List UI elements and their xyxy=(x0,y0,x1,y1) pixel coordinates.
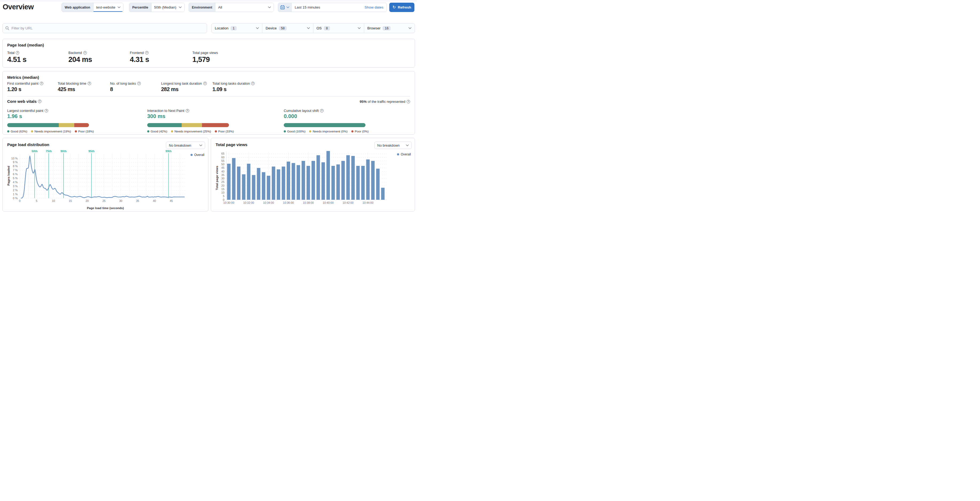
svg-text:30: 30 xyxy=(221,177,224,180)
page-views-breakdown-select[interactable]: No breakdown xyxy=(374,142,412,149)
needs-improvement-dot xyxy=(309,130,311,132)
svg-text:10:42:00: 10:42:00 xyxy=(342,201,353,204)
good-dot xyxy=(284,130,286,132)
svg-text:10: 10 xyxy=(52,199,55,202)
svg-text:10:32:00: 10:32:00 xyxy=(243,201,254,204)
refresh-button[interactable]: ↻ Refresh xyxy=(389,3,414,12)
stat-frontend: Frontend? 4.31 s xyxy=(130,51,149,64)
svg-text:10:38:00: 10:38:00 xyxy=(303,201,313,204)
distribution-breakdown-select[interactable]: No breakdown xyxy=(166,142,205,149)
environment-select[interactable]: Environment All xyxy=(189,3,274,12)
web-application-value: test-website xyxy=(96,5,115,10)
svg-text:10:36:00: 10:36:00 xyxy=(283,201,294,204)
refresh-icon: ↻ xyxy=(393,5,396,10)
svg-text:5: 5 xyxy=(36,199,37,202)
calendar-icon xyxy=(280,5,285,10)
svg-text:10:34:00: 10:34:00 xyxy=(263,201,274,204)
distribution-title: Page load distribution xyxy=(7,142,49,147)
url-filter-input[interactable] xyxy=(11,26,204,30)
info-icon[interactable]: ? xyxy=(16,51,19,54)
needs-improvement-dot xyxy=(31,130,33,132)
svg-text:65: 65 xyxy=(221,152,224,155)
info-icon[interactable]: ? xyxy=(186,109,189,113)
browser-filter-count: 16 xyxy=(383,26,391,30)
percentile-select[interactable]: Percentile 50th (Median) xyxy=(129,3,185,12)
svg-text:99th: 99th xyxy=(165,150,172,153)
vital-lcp: Largest contentful paint? 1.96 s Good (6… xyxy=(7,109,89,133)
top-strip xyxy=(0,0,417,2)
refresh-label: Refresh xyxy=(398,5,411,10)
date-picker[interactable]: Last 15 minutes Show dates xyxy=(278,3,387,12)
svg-text:60: 60 xyxy=(221,156,224,159)
page-title: Overview xyxy=(3,3,33,11)
vital-cls: Cumulative layout shift? 0.000 Good (100… xyxy=(284,109,366,133)
info-icon[interactable]: ? xyxy=(38,100,41,103)
web-application-label: Web application xyxy=(62,3,94,12)
svg-text:25: 25 xyxy=(102,199,105,202)
show-dates-link[interactable]: Show dates xyxy=(361,3,387,12)
page-load-distribution-panel: Page load distribution No breakdown Over… xyxy=(2,138,208,212)
url-filter-box[interactable] xyxy=(2,23,207,33)
page-views-title: Total page views xyxy=(216,142,247,147)
traffic-represented-note: 95% of the traffic represented ? xyxy=(360,100,410,103)
page-load-panel: Page load (median) Total? 4.51 s Backend… xyxy=(2,39,415,68)
chevron-down-icon xyxy=(409,27,412,29)
svg-text:15: 15 xyxy=(221,188,224,191)
info-icon[interactable]: ? xyxy=(45,109,48,113)
svg-text:2 %: 2 % xyxy=(13,189,18,192)
lcp-score-bar xyxy=(7,123,89,127)
device-filter-count: 58 xyxy=(279,26,287,30)
distribution-x-axis-title: Page load time (seconds) xyxy=(3,207,208,210)
facet-filter-group: Location 1 Device 58 OS 8 Browser 16 xyxy=(212,23,415,33)
svg-text:10:30:00: 10:30:00 xyxy=(223,201,234,204)
poor-dot xyxy=(75,130,77,132)
stat-total-task-duration: Total long tasks duration? 1.09 s xyxy=(212,81,255,92)
search-icon xyxy=(5,26,10,30)
svg-text:55: 55 xyxy=(221,159,224,162)
browser-filter[interactable]: Browser 16 xyxy=(364,24,415,33)
date-picker-quick-menu[interactable] xyxy=(278,3,292,12)
location-filter[interactable]: Location 1 xyxy=(212,24,262,33)
web-application-select[interactable]: Web application test-website xyxy=(62,3,123,12)
date-range-value[interactable]: Last 15 minutes xyxy=(292,3,361,12)
stat-total: Total? 4.51 s xyxy=(7,51,27,64)
os-filter[interactable]: OS 8 xyxy=(313,24,364,33)
svg-text:7 %: 7 % xyxy=(13,169,18,172)
svg-text:0 %: 0 % xyxy=(13,197,18,200)
info-icon[interactable]: ? xyxy=(251,82,255,85)
info-icon[interactable]: ? xyxy=(320,109,323,113)
svg-text:10:44:00: 10:44:00 xyxy=(363,201,374,204)
info-icon[interactable]: ? xyxy=(40,82,43,85)
svg-text:35: 35 xyxy=(136,199,139,202)
info-icon[interactable]: ? xyxy=(407,100,410,103)
inp-score-bar xyxy=(147,123,229,127)
chevron-down-icon xyxy=(286,6,290,8)
svg-text:5 %: 5 % xyxy=(13,177,18,180)
vital-inp: Interaction to Next Paint? 300 ms Good (… xyxy=(147,109,229,133)
svg-text:20: 20 xyxy=(86,199,89,202)
info-icon[interactable]: ? xyxy=(88,82,91,85)
chevron-down-icon xyxy=(307,27,310,29)
page-load-title: Page load (median) xyxy=(7,43,410,47)
page-load-distribution-chart[interactable]: 0 %1 %2 %3 %4 %5 %6 %7 %8 %9 %10 %051015… xyxy=(4,149,208,206)
info-icon[interactable]: ? xyxy=(145,51,148,54)
device-filter[interactable]: Device 58 xyxy=(262,24,313,33)
svg-text:40: 40 xyxy=(153,199,156,202)
svg-text:10 %: 10 % xyxy=(11,157,18,160)
cls-score-bar xyxy=(284,123,366,127)
svg-text:5: 5 xyxy=(223,194,224,197)
chevron-down-icon xyxy=(358,27,361,29)
good-dot xyxy=(7,130,10,132)
os-filter-label: OS xyxy=(317,26,322,30)
svg-text:35: 35 xyxy=(221,173,224,177)
info-icon[interactable]: ? xyxy=(203,82,207,85)
svg-text:0: 0 xyxy=(223,198,224,201)
location-filter-label: Location xyxy=(215,26,228,30)
stat-longest-task: Longest long task duration? 282 ms xyxy=(161,81,207,92)
chevron-down-icon xyxy=(256,27,259,29)
svg-text:8 %: 8 % xyxy=(13,164,18,168)
info-icon[interactable]: ? xyxy=(83,51,87,54)
info-icon[interactable]: ? xyxy=(137,82,141,85)
total-page-views-chart[interactable]: 0510152025303540455055606510:30:0010:32:… xyxy=(212,149,413,207)
chevron-down-icon xyxy=(179,6,182,8)
